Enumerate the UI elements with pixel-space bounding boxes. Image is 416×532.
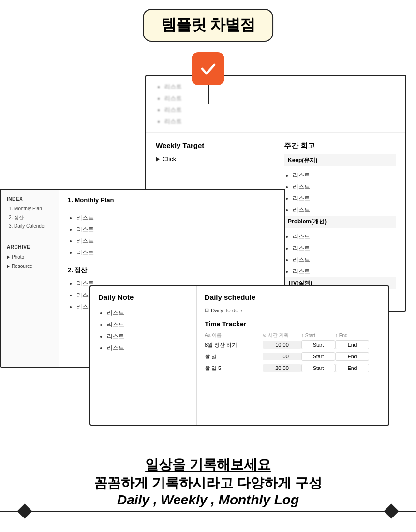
problem-list: 리스트 리스트 리스트 리스트 bbox=[284, 231, 396, 277]
task-name: 할 일 bbox=[205, 353, 263, 360]
index-label: INDEX bbox=[7, 196, 53, 202]
start-button[interactable]: Start bbox=[301, 352, 335, 361]
plan2-title: 2. 정산 bbox=[68, 266, 276, 275]
plan1-list: 리스트 리스트 리스트 리스트 bbox=[68, 212, 276, 258]
click-row[interactable]: Click bbox=[156, 155, 268, 163]
end-button[interactable]: End bbox=[335, 340, 369, 349]
triangle-icon-small bbox=[7, 265, 10, 268]
end-button[interactable]: End bbox=[335, 364, 369, 372]
archive-resource[interactable]: Resource bbox=[7, 262, 53, 271]
header-start: ↑ Start bbox=[301, 333, 335, 338]
bottom-line1: 일상을 기록해보세요 bbox=[94, 456, 322, 474]
list-item: 리스트 bbox=[76, 235, 276, 247]
sidebar-link-daily[interactable]: 3. Daily Calender bbox=[7, 222, 53, 231]
bottom-line-decoration bbox=[0, 511, 416, 512]
triangle-icon-small bbox=[7, 255, 10, 259]
list-item: 리스트 bbox=[293, 242, 396, 254]
header-time: ⊙ 시간 계획 bbox=[263, 332, 301, 339]
daily-schedule-panel: Daily schedule ⊞ Daily To do ▾ Time Trac… bbox=[197, 286, 388, 425]
list-item: 리스트 bbox=[164, 92, 396, 104]
list-item: 리스트 bbox=[293, 204, 396, 216]
list-item: 리스트 bbox=[107, 307, 189, 319]
task-name: 8월 정산 하기 bbox=[205, 341, 263, 349]
time-tracker-title: Time Tracker bbox=[205, 320, 381, 328]
daily-todo-label: Daily To do bbox=[211, 308, 238, 313]
archive-photo[interactable]: Photo bbox=[7, 252, 53, 262]
weekly-review-title: 주간 회고 bbox=[284, 141, 396, 150]
sidebar-panel: INDEX 1. Monthly Plan 2. 정산 3. Daily Cal… bbox=[1, 190, 59, 367]
sidebar-link-monthly[interactable]: 1. Monthly Plan bbox=[7, 205, 53, 213]
list-item: 리스트 bbox=[107, 330, 189, 342]
keep-list: 리스트 리스트 리스트 리스트 bbox=[284, 169, 396, 216]
card-daily: Daily Note 리스트 리스트 리스트 리스트 Daily schedul… bbox=[89, 285, 389, 426]
list-item: 리스트 bbox=[293, 254, 396, 266]
plan1-title: 1. Monthly Plan bbox=[68, 196, 276, 207]
list-item: 리스트 bbox=[76, 212, 276, 223]
triangle-icon bbox=[156, 157, 160, 162]
bottom-text-block: 일상을 기록해보세요 꼼꼼하게 기록하시라고 다양하게 구성 Daily , W… bbox=[94, 456, 322, 508]
list-item: 리스트 bbox=[293, 192, 396, 204]
list-item: 리스트 bbox=[76, 223, 276, 235]
archive-resource-label: Resource bbox=[12, 262, 32, 271]
daily-todo-row[interactable]: ⊞ Daily To do ▾ bbox=[205, 307, 381, 313]
archive-photo-label: Photo bbox=[12, 252, 24, 262]
list-item: 리스트 bbox=[164, 104, 396, 116]
chevron-down-icon: ▾ bbox=[240, 308, 243, 313]
tracker-row: 할 일 11:00 Start End bbox=[205, 352, 381, 361]
daily-note-panel: Daily Note 리스트 리스트 리스트 리스트 bbox=[90, 286, 197, 425]
list-item: 리스트 bbox=[293, 169, 396, 181]
weekly-target-title: Weekly Target bbox=[156, 141, 268, 149]
check-badge bbox=[192, 52, 224, 85]
task-time: 11:00 bbox=[263, 353, 301, 360]
tracker-row: 8월 정산 하기 10:00 Start End bbox=[205, 340, 381, 349]
task-time: 20:00 bbox=[263, 364, 301, 372]
list-item: 리스트 bbox=[164, 116, 396, 127]
task-time: 10:00 bbox=[263, 341, 301, 349]
list-item: 리스트 bbox=[293, 231, 396, 242]
v-connector bbox=[208, 85, 209, 104]
header-end: ↑ End bbox=[335, 333, 369, 338]
daily-note-title: Daily Note bbox=[98, 293, 189, 301]
header-name: Aa 이름 bbox=[205, 332, 263, 339]
daily-schedule-title: Daily schedule bbox=[205, 293, 381, 301]
daily-note-list: 리스트 리스트 리스트 리스트 bbox=[98, 307, 189, 354]
problem-section-label: Problem(개선) bbox=[284, 216, 396, 228]
task-name: 할 일 5 bbox=[205, 365, 263, 372]
sidebar-link-settlement[interactable]: 2. 정산 bbox=[7, 213, 53, 222]
archive-label: ARCHIVE bbox=[7, 244, 53, 250]
bottom-line2: 꼼꼼하게 기록하시라고 다양하게 구성 bbox=[94, 474, 322, 492]
end-button[interactable]: End bbox=[335, 352, 369, 361]
list-item: 리스트 bbox=[76, 247, 276, 258]
start-button[interactable]: Start bbox=[301, 364, 335, 372]
list-item: 리스트 bbox=[293, 181, 396, 192]
click-label: Click bbox=[163, 155, 176, 163]
bottom-line3: Daily , Weekly , Monthly Log bbox=[94, 492, 322, 508]
list-item: 리스트 bbox=[293, 266, 396, 277]
keep-section-label: Keep(유지) bbox=[284, 154, 396, 166]
start-button[interactable]: Start bbox=[301, 340, 335, 349]
title-badge: 템플릿 차별점 bbox=[143, 9, 273, 42]
list-item: 리스트 bbox=[107, 342, 189, 354]
tracker-row: 할 일 5 20:00 Start End bbox=[205, 364, 381, 372]
tracker-header: Aa 이름 ⊙ 시간 계획 ↑ Start ↑ End bbox=[205, 332, 381, 339]
table-icon: ⊞ bbox=[205, 307, 209, 313]
list-item: 리스트 bbox=[107, 319, 189, 330]
